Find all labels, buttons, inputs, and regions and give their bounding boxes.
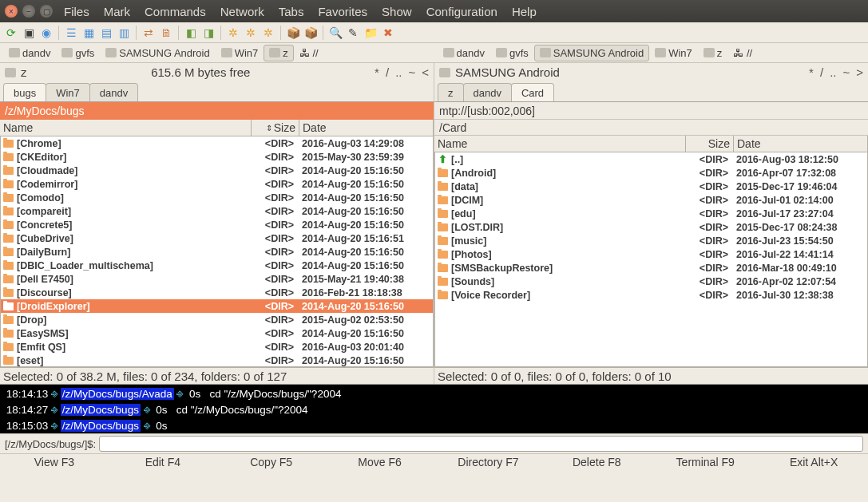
drive-samsungandroid[interactable]: SAMSUNG Android <box>534 45 649 61</box>
file-row[interactable]: [SMSBackupRestore]<DIR>2016-Mar-18 00:49… <box>435 261 867 275</box>
drive-[interactable]: 🖧 // <box>294 45 324 61</box>
file-row[interactable]: [Cloudmade]<DIR>2014-Aug-20 15:16:50 <box>1 164 433 177</box>
nav-~[interactable]: ~ <box>842 65 850 79</box>
menu-show[interactable]: Show <box>382 5 412 18</box>
edit-icon[interactable]: ✎ <box>345 25 361 41</box>
view-tree-icon[interactable]: ▤ <box>98 25 114 41</box>
file-row[interactable]: [data]<DIR>2015-Dec-17 19:46:04 <box>435 180 867 193</box>
gear3-icon[interactable]: ✲ <box>260 25 276 41</box>
tab-win7[interactable]: Win7 <box>46 83 90 101</box>
right-path[interactable]: mtp://[usb:002,006] <box>434 102 868 120</box>
right-path2[interactable]: /Card <box>434 120 868 136</box>
file-row[interactable]: [Chrome]<DIR>2016-Aug-03 14:29:08 <box>1 136 433 150</box>
file-row[interactable]: [compareit]<DIR>2014-Aug-20 15:16:50 <box>1 204 433 218</box>
window-close-button[interactable]: × <box>5 5 18 18</box>
col-date[interactable]: Date <box>299 120 434 136</box>
drive-dandv[interactable]: dandv <box>3 45 56 61</box>
file-row[interactable]: [eset]<DIR>2014-Aug-20 15:16:50 <box>1 354 433 367</box>
drive-gvfs[interactable]: gvfs <box>56 45 100 61</box>
file-row[interactable]: [Discourse]<DIR>2016-Feb-21 18:18:38 <box>1 286 433 299</box>
columns-left[interactable]: Name ⇕Size Date <box>0 120 434 136</box>
col-size[interactable]: Size <box>686 136 734 152</box>
window-maximize-button[interactable]: ▢ <box>40 5 53 18</box>
tab-dandv[interactable]: dandv <box>89 83 138 101</box>
equal-icon[interactable]: 🗎 <box>158 25 174 41</box>
delete-icon[interactable]: ✖ <box>380 25 396 41</box>
col-name[interactable]: Name <box>434 136 686 152</box>
view-list-icon[interactable]: ☰ <box>63 25 79 41</box>
file-row[interactable]: [music]<DIR>2016-Jul-23 15:54:50 <box>435 234 867 247</box>
nav-..[interactable]: .. <box>395 65 402 79</box>
fkey-delete[interactable]: Delete F8 <box>542 454 651 471</box>
drive-win7[interactable]: Win7 <box>649 45 698 61</box>
nav->[interactable]: > <box>856 65 863 79</box>
fkey-move[interactable]: Move F6 <box>326 454 434 471</box>
nav-..[interactable]: .. <box>830 65 836 79</box>
globe-icon[interactable]: ◉ <box>38 25 54 41</box>
menu-configuration[interactable]: Configuration <box>426 5 497 18</box>
nav-/[interactable]: / <box>820 65 823 79</box>
drive-win7[interactable]: Win7 <box>216 45 264 61</box>
search-icon[interactable]: 🔍 <box>327 25 343 41</box>
window-minimize-button[interactable]: − <box>22 5 35 18</box>
menu-favorites[interactable]: Favorites <box>318 5 367 18</box>
copy-left-icon[interactable]: ◧ <box>183 25 199 41</box>
file-row[interactable]: [Concrete5]<DIR>2014-Aug-20 15:16:50 <box>1 218 433 231</box>
swap-icon[interactable]: ⇄ <box>141 25 157 41</box>
left-path[interactable]: /z/MyDocs/bugs <box>0 102 434 120</box>
unpack-icon[interactable]: 📦 <box>303 25 319 41</box>
columns-right[interactable]: Name Size Date <box>434 136 868 152</box>
col-size[interactable]: ⇕Size <box>252 120 299 136</box>
terminal-icon[interactable]: ▣ <box>21 25 37 41</box>
file-row[interactable]: ⬆[..]<DIR>2016-Aug-03 18:12:50 <box>435 152 867 166</box>
menu-mark[interactable]: Mark <box>104 5 130 18</box>
file-row[interactable]: [Voice Recorder]<DIR>2016-Jul-30 12:38:3… <box>435 288 867 302</box>
menu-commands[interactable]: Commands <box>145 5 206 18</box>
nav-*[interactable]: * <box>375 65 379 79</box>
menu-tabs[interactable]: Tabs <box>279 5 304 18</box>
drive-[interactable]: 🖧 // <box>727 45 758 61</box>
file-row[interactable]: [Emfit QS]<DIR>2016-Aug-03 20:01:40 <box>1 340 433 354</box>
file-row[interactable]: [DCIM]<DIR>2016-Jul-01 02:14:00 <box>435 193 867 207</box>
tab-z[interactable]: z <box>438 83 464 101</box>
nav-<[interactable]: < <box>422 65 429 79</box>
file-row[interactable]: [edu]<DIR>2016-Jul-17 23:27:04 <box>435 207 867 220</box>
gear2-icon[interactable]: ✲ <box>243 25 259 41</box>
fkey-exit[interactable]: Exit Alt+X <box>759 454 868 471</box>
fkey-copy[interactable]: Copy F5 <box>217 454 326 471</box>
copy-right-icon[interactable]: ◨ <box>200 25 216 41</box>
menu-files[interactable]: Files <box>64 5 89 18</box>
fkey-view[interactable]: View F3 <box>0 454 109 471</box>
drive-samsungandroid[interactable]: SAMSUNG Android <box>100 45 215 61</box>
drive-z[interactable]: z <box>698 45 728 61</box>
tab-dandv[interactable]: dandv <box>463 83 512 101</box>
view-detail-icon[interactable]: ▦ <box>81 25 97 41</box>
file-row[interactable]: [DBIC_Loader_multischema]<DIR>2014-Aug-2… <box>1 259 433 272</box>
fkey-edit[interactable]: Edit F4 <box>109 454 217 471</box>
filelist-right[interactable]: ⬆[..]<DIR>2016-Aug-03 18:12:50[Android]<… <box>434 152 868 367</box>
tab-card[interactable]: Card <box>511 83 554 101</box>
file-row[interactable]: [Sounds]<DIR>2016-Apr-02 12:07:54 <box>435 275 867 288</box>
menu-network[interactable]: Network <box>220 5 264 18</box>
col-date[interactable]: Date <box>734 136 868 152</box>
drive-z[interactable]: z <box>264 45 294 61</box>
filelist-left[interactable]: [Chrome]<DIR>2016-Aug-03 14:29:08[CKEdit… <box>0 136 434 367</box>
cmd-input[interactable] <box>99 436 863 452</box>
nav-*[interactable]: * <box>809 65 814 79</box>
file-row[interactable]: [DroidExplorer]<DIR>2014-Aug-20 15:16:50 <box>1 299 433 313</box>
terminal[interactable]: 18:14:13 ⎆ /z/MyDocs/bugs/Avada ⎆ 0s cd … <box>0 384 868 433</box>
nav-~[interactable]: ~ <box>408 65 415 79</box>
file-row[interactable]: [Photos]<DIR>2016-Jul-22 14:41:14 <box>435 247 867 261</box>
fkey-directory[interactable]: Directory F7 <box>434 454 543 471</box>
fkey-terminal[interactable]: Terminal F9 <box>651 454 759 471</box>
folder-icon[interactable]: 📁 <box>363 25 379 41</box>
menu-help[interactable]: Help <box>512 5 537 18</box>
drive-gvfs[interactable]: gvfs <box>490 45 534 61</box>
drive-dandv[interactable]: dandv <box>438 45 490 61</box>
file-row[interactable]: [Codemirror]<DIR>2014-Aug-20 15:16:50 <box>1 177 433 191</box>
file-row[interactable]: [Android]<DIR>2016-Apr-07 17:32:08 <box>435 166 867 180</box>
gear1-icon[interactable]: ✲ <box>225 25 241 41</box>
pack-icon[interactable]: 📦 <box>285 25 301 41</box>
file-row[interactable]: [Dell E7450]<DIR>2015-May-21 19:40:38 <box>1 272 433 286</box>
file-row[interactable]: [CubeDrive]<DIR>2014-Aug-20 15:16:51 <box>1 231 433 245</box>
